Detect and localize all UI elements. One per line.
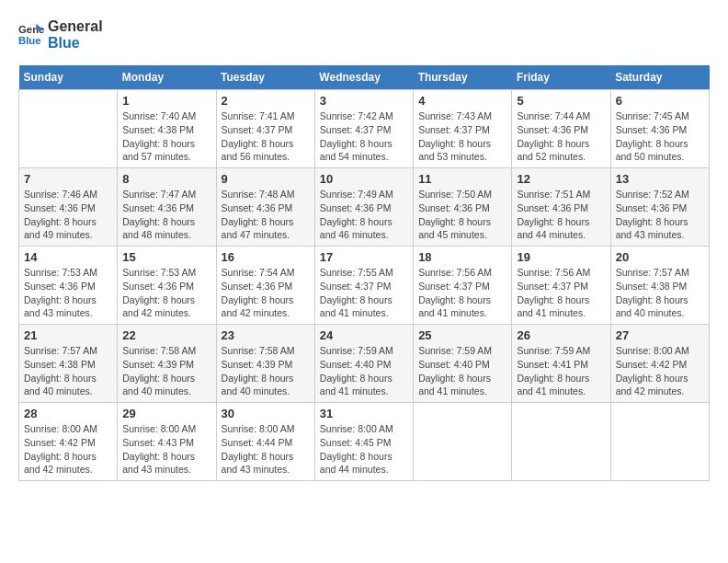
day-info: Daylight: 8 hours — [517, 372, 605, 385]
day-info: Sunset: 4:37 PM — [418, 123, 506, 137]
day-number: 23 — [222, 328, 310, 342]
day-info: and 43 minutes. — [616, 228, 704, 242]
day-info: Sunset: 4:36 PM — [320, 201, 408, 215]
logo-line2: Blue — [48, 35, 103, 52]
day-number: 4 — [418, 94, 506, 108]
day-info: Sunset: 4:37 PM — [222, 123, 310, 137]
day-info: Daylight: 8 hours — [616, 215, 704, 229]
calendar-cell: 19Sunrise: 7:56 AMSunset: 4:37 PMDayligh… — [512, 247, 610, 325]
header-monday: Monday — [118, 65, 216, 90]
calendar-cell: 11Sunrise: 7:50 AMSunset: 4:36 PMDayligh… — [414, 168, 512, 247]
calendar-cell: 15Sunrise: 7:53 AMSunset: 4:36 PMDayligh… — [118, 247, 216, 325]
day-info: Daylight: 8 hours — [24, 215, 112, 229]
day-number: 2 — [222, 94, 310, 108]
calendar-cell: 2Sunrise: 7:41 AMSunset: 4:37 PMDaylight… — [216, 90, 314, 168]
day-info: Sunset: 4:43 PM — [122, 436, 210, 450]
day-info: Sunrise: 7:55 AM — [320, 266, 408, 280]
day-info: Sunrise: 7:40 AM — [122, 109, 210, 123]
day-info: and 42 minutes. — [24, 463, 112, 477]
day-info: and 43 minutes. — [222, 463, 310, 477]
day-info: Sunset: 4:42 PM — [24, 436, 112, 450]
calendar-cell: 8Sunrise: 7:47 AMSunset: 4:36 PMDaylight… — [118, 168, 216, 247]
day-info: Sunrise: 7:46 AM — [24, 188, 112, 201]
day-number: 6 — [616, 94, 704, 108]
day-info: Daylight: 8 hours — [616, 293, 704, 307]
day-info: Sunset: 4:40 PM — [418, 358, 506, 372]
day-info: Sunrise: 8:00 AM — [122, 422, 210, 436]
day-info: Sunset: 4:36 PM — [418, 201, 506, 215]
calendar-header-row: SundayMondayTuesdayWednesdayThursdayFrid… — [19, 65, 710, 90]
day-info: Sunrise: 7:45 AM — [616, 109, 704, 123]
day-info: Sunrise: 7:47 AM — [122, 188, 210, 201]
day-info: Sunrise: 7:57 AM — [616, 266, 704, 280]
day-number: 29 — [122, 407, 210, 420]
day-info: Daylight: 8 hours — [616, 137, 704, 151]
calendar-cell: 5Sunrise: 7:44 AMSunset: 4:36 PMDaylight… — [512, 90, 610, 168]
page-header: General Blue General Blue — [18, 18, 710, 51]
day-info: and 43 minutes. — [122, 463, 210, 477]
day-info: Sunrise: 7:49 AM — [320, 188, 408, 201]
calendar-cell: 26Sunrise: 7:59 AMSunset: 4:41 PMDayligh… — [512, 325, 610, 403]
day-info: Sunset: 4:37 PM — [320, 280, 408, 293]
calendar-cell: 10Sunrise: 7:49 AMSunset: 4:36 PMDayligh… — [314, 168, 413, 247]
calendar-week-1: 1Sunrise: 7:40 AMSunset: 4:38 PMDaylight… — [19, 90, 710, 168]
day-info: and 52 minutes. — [517, 150, 605, 164]
day-info: and 42 minutes. — [222, 306, 310, 320]
calendar-cell: 9Sunrise: 7:48 AMSunset: 4:36 PMDaylight… — [216, 168, 314, 247]
day-info: and 40 minutes. — [222, 385, 310, 398]
day-info: Sunrise: 7:44 AM — [517, 109, 605, 123]
header-saturday: Saturday — [610, 65, 709, 90]
day-info: Sunset: 4:36 PM — [517, 123, 605, 137]
day-info: Daylight: 8 hours — [517, 293, 605, 307]
day-info: Daylight: 8 hours — [222, 372, 310, 385]
header-sunday: Sunday — [19, 65, 118, 90]
calendar-cell: 21Sunrise: 7:57 AMSunset: 4:38 PMDayligh… — [19, 325, 118, 403]
day-info: and 42 minutes. — [122, 306, 210, 320]
day-number: 19 — [517, 250, 605, 264]
day-number: 20 — [616, 250, 704, 264]
day-info: and 46 minutes. — [320, 228, 408, 242]
logo: General Blue General Blue — [18, 18, 103, 51]
day-number: 18 — [418, 250, 506, 264]
calendar-cell: 7Sunrise: 7:46 AMSunset: 4:36 PMDaylight… — [19, 168, 118, 247]
day-info: Daylight: 8 hours — [320, 293, 408, 307]
day-info: Daylight: 8 hours — [24, 450, 112, 464]
calendar-week-4: 21Sunrise: 7:57 AMSunset: 4:38 PMDayligh… — [19, 325, 710, 403]
calendar-cell: 14Sunrise: 7:53 AMSunset: 4:36 PMDayligh… — [19, 247, 118, 325]
day-number: 26 — [517, 328, 605, 342]
logo-line1: General — [48, 18, 103, 35]
day-number: 28 — [24, 407, 112, 420]
day-info: Sunset: 4:37 PM — [320, 123, 408, 137]
calendar-table: SundayMondayTuesdayWednesdayThursdayFrid… — [18, 65, 710, 481]
day-info: and 44 minutes. — [517, 228, 605, 242]
day-info: and 45 minutes. — [418, 228, 506, 242]
day-info: Sunset: 4:36 PM — [616, 201, 704, 215]
day-info: and 47 minutes. — [222, 228, 310, 242]
header-thursday: Thursday — [414, 65, 512, 90]
day-info: and 48 minutes. — [122, 228, 210, 242]
day-info: and 57 minutes. — [122, 150, 210, 164]
day-info: and 41 minutes. — [418, 306, 506, 320]
day-info: Sunset: 4:36 PM — [122, 280, 210, 293]
day-info: Sunset: 4:39 PM — [222, 358, 310, 372]
day-number: 13 — [616, 172, 704, 186]
calendar-cell: 30Sunrise: 8:00 AMSunset: 4:44 PMDayligh… — [216, 403, 314, 481]
day-info: Sunrise: 8:00 AM — [24, 422, 112, 436]
day-number: 27 — [616, 328, 704, 342]
day-info: Sunrise: 7:56 AM — [517, 266, 605, 280]
day-info: Daylight: 8 hours — [122, 293, 210, 307]
day-info: Daylight: 8 hours — [320, 450, 408, 464]
day-info: Sunset: 4:36 PM — [122, 201, 210, 215]
day-info: and 40 minutes. — [24, 385, 112, 398]
day-info: Sunrise: 7:43 AM — [418, 109, 506, 123]
day-number: 17 — [320, 250, 408, 264]
day-info: Daylight: 8 hours — [24, 293, 112, 307]
day-info: Daylight: 8 hours — [320, 137, 408, 151]
day-info: Sunset: 4:37 PM — [517, 280, 605, 293]
day-info: and 40 minutes. — [122, 385, 210, 398]
day-info: Sunset: 4:38 PM — [616, 280, 704, 293]
day-info: Sunrise: 7:58 AM — [222, 344, 310, 358]
day-info: Sunset: 4:45 PM — [320, 436, 408, 450]
calendar-cell: 4Sunrise: 7:43 AMSunset: 4:37 PMDaylight… — [414, 90, 512, 168]
day-number: 30 — [222, 407, 310, 420]
